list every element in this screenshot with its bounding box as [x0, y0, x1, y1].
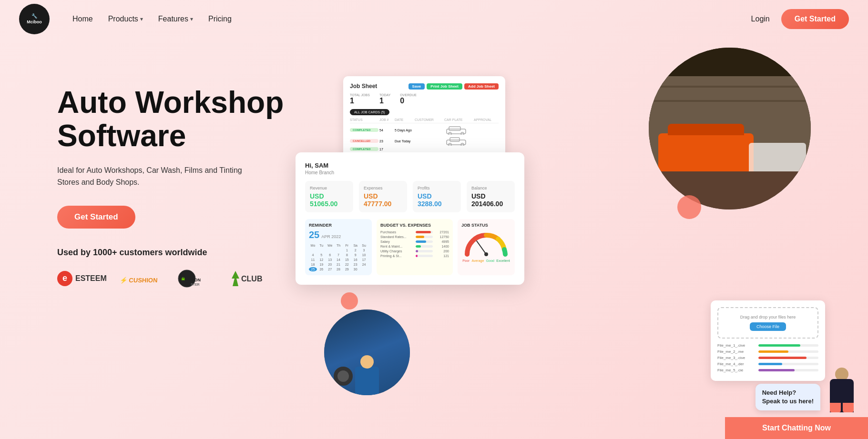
ws-car2: [749, 143, 806, 171]
workshop-image: [649, 48, 811, 210]
cushion-svg: ⚡ CUSHION: [118, 269, 166, 288]
js-filter-all[interactable]: ALL JOB CARDS (5): [350, 109, 389, 115]
js-add-btn[interactable]: Add Job Sheet: [464, 83, 499, 90]
mechanic-image: [324, 309, 410, 395]
table-row: CANCELLED 23 Due Today: [350, 136, 499, 146]
job-sheet-card: Job Sheet Save Print Job Sheet Add Job S…: [343, 76, 505, 164]
js-today-num: 1: [379, 97, 390, 105]
dash-balance-val: USD 201406.00: [471, 192, 510, 208]
club-svg: CLUB: [227, 269, 270, 288]
file-bar-4: [758, 363, 782, 365]
budget-row-3: Salary 4995: [380, 240, 449, 243]
table-row: COMPLETED 17: [350, 147, 499, 151]
chat-body: [830, 379, 854, 403]
bud-bar-2: [416, 236, 424, 238]
dash-profits: Profits USD 3288.00: [413, 181, 461, 212]
file-bar-3: [758, 357, 807, 359]
js-print-btn[interactable]: Print Job Sheet: [427, 83, 462, 90]
js-overdue-num: 0: [400, 97, 417, 105]
dash-reminder: REMINDER 25 APR 2022 MoTuWeThFrSaSu 123 …: [305, 219, 372, 275]
budget-row-1: Purchases 27201: [380, 230, 449, 234]
gauge: [461, 230, 511, 257]
reminder-date: 25: [309, 229, 319, 240]
person-head: [360, 355, 374, 369]
bud-bar-3: [416, 240, 426, 243]
esteem-logo: e ESTEEM: [57, 269, 107, 288]
dash-bottom: REMINDER 25 APR 2022 MoTuWeThFrSaSu 123 …: [305, 219, 515, 275]
get-started-nav-button[interactable]: Get Started: [781, 9, 849, 29]
svg-line-15: [477, 241, 486, 254]
customers-text: Used by 1000+ customers worldwide: [57, 248, 315, 258]
dash-stats-row: Revenue USD 51065.00 Expenses USD 47777.…: [305, 181, 515, 212]
logo-text: 🔧Mciboo: [27, 13, 42, 25]
nav-right: Login Get Started: [751, 9, 849, 29]
svg-point-16: [484, 252, 488, 256]
js-overdue-label: OVERDUE: [400, 93, 417, 97]
ws-car: [658, 133, 754, 171]
nav-home[interactable]: Home: [67, 11, 99, 27]
js-total-num: 1: [350, 97, 370, 105]
calendar-mini: MoTuWeThFrSaSu 123 45678910 111213141516…: [309, 243, 368, 271]
file-row-1: File_me_1_.cive: [717, 343, 818, 348]
car-outline-2: [444, 136, 468, 146]
svg-rect-12: [450, 138, 460, 141]
js-header: Job Sheet Save Print Job Sheet Add Job S…: [350, 83, 499, 90]
chat-line2: Speak to us here!: [762, 397, 814, 406]
file-row-2: File_me_2_.me: [717, 349, 818, 354]
bud-bar-4: [416, 245, 421, 248]
reminder-date-row: 25 APR 2022: [309, 229, 368, 240]
svg-marker-5: [232, 271, 239, 286]
js-filters: ALL JOB CARDS (5): [350, 109, 499, 115]
js-save-btn[interactable]: Save: [408, 83, 425, 90]
js-total-label: TOTAL JOBS: [350, 93, 370, 97]
dash-profits-val: USD 3288.00: [418, 192, 456, 208]
hero-right: Job Sheet Save Print Job Sheet Add Job S…: [315, 57, 830, 419]
start-chat-bar[interactable]: Start Chatting Now: [725, 417, 868, 439]
js-stat-overdue: OVERDUE 0: [400, 93, 417, 105]
logo[interactable]: 🔧Mciboo: [19, 4, 50, 34]
svg-text:CLUB: CLUB: [241, 275, 262, 283]
workshop-scene: [649, 48, 811, 210]
cushion-logo: ⚡ CUSHION: [118, 269, 166, 288]
gauge-svg: [462, 230, 510, 257]
get-started-button[interactable]: Get Started: [57, 206, 135, 229]
login-link[interactable]: Login: [751, 15, 770, 23]
js-stats: TOTAL JOBS 1 TODAY 1 OVERDUE 0: [350, 93, 499, 105]
js-stat-today: TODAY 1: [379, 93, 390, 105]
budget-row-6: Printing & St... 121: [380, 254, 449, 258]
club-logo: CLUB: [227, 269, 270, 288]
ws-ceiling: [649, 48, 811, 76]
file-row-3: File_me_3_.cive: [717, 356, 818, 360]
dash-budget: BUDGET VS. EXPENSES Purchases 27201 Stan…: [377, 219, 453, 275]
nav-products[interactable]: Products ▾: [102, 11, 149, 27]
budget-row-5: Utility Charges 200: [380, 249, 449, 253]
js-table-header: STATUS JOB # DATE CUSTOMER CAR PLATE APP…: [350, 118, 499, 123]
dash-revenue: Revenue USD 51065.00: [305, 181, 353, 212]
upload-button[interactable]: Choose File: [750, 322, 786, 331]
bud-bar-6: [416, 255, 418, 257]
upload-area[interactable]: Drag and drop your files here Choose Fil…: [717, 307, 818, 339]
svg-rect-7: [447, 129, 466, 134]
chat-bubble[interactable]: Need Help? Speak to us here!: [756, 384, 820, 410]
nav-pricing[interactable]: Pricing: [203, 11, 237, 27]
workshop-inner: [649, 48, 811, 210]
svg-rect-11: [447, 140, 466, 145]
hero-section: Auto WorkshopSoftware Ideal for Auto Wor…: [0, 38, 868, 439]
dashboard-card: Hi, SAM Home Branch Revenue USD 51065.00…: [296, 152, 524, 285]
chat-leg-l: [830, 403, 841, 412]
dash-job-status: JOB STATUS: [458, 219, 515, 275]
nav-features[interactable]: Features ▾: [153, 11, 199, 27]
esteem-text: ESTEEM: [75, 274, 107, 283]
person-body: [355, 367, 379, 395]
dash-branch: Home Branch: [305, 170, 515, 175]
navbar: 🔧Mciboo Home Products ▾ Features ▾ Prici…: [0, 0, 868, 38]
svg-text:STER: STER: [191, 283, 200, 286]
hero-left: Auto WorkshopSoftware Ideal for Auto Wor…: [57, 57, 315, 288]
bud-bar-5: [416, 250, 418, 252]
chat-line1: Need Help?: [762, 389, 814, 397]
dash-greeting: Hi, SAM: [305, 162, 515, 169]
nav-links: Home Products ▾ Features ▾ Pricing: [67, 11, 237, 27]
hero-subtitle: Ideal for Auto Workshops, Car Wash, Film…: [57, 164, 257, 189]
js-title: Job Sheet: [350, 83, 377, 90]
dash-revenue-val: USD 51065.00: [310, 192, 348, 208]
